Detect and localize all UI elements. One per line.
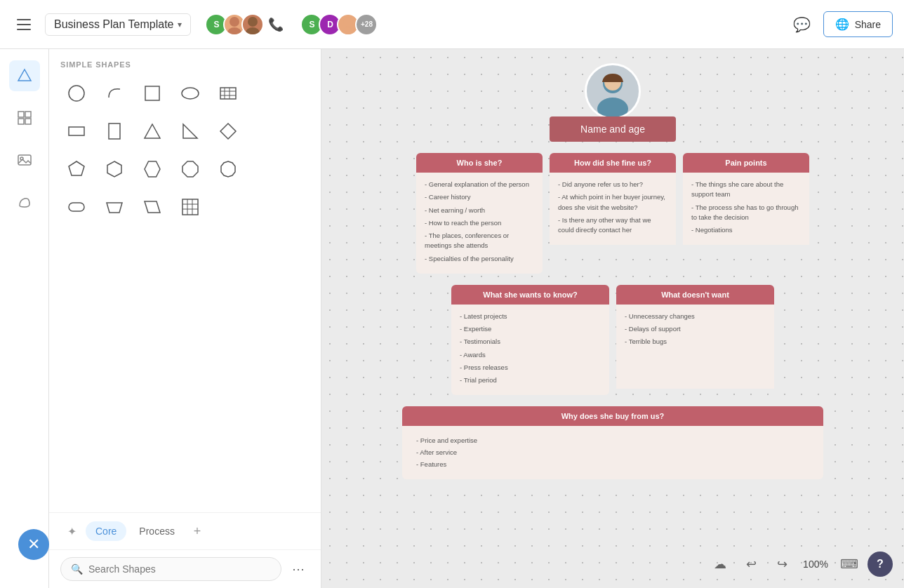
phone-icon[interactable]: 📞 xyxy=(268,17,284,32)
svg-rect-10 xyxy=(25,119,31,124)
card-who: Who is she? - General explanation of the… xyxy=(416,153,543,274)
shape-triangle[interactable] xyxy=(136,115,168,147)
shape-square[interactable] xyxy=(136,77,168,109)
search-input-wrap: 🔍 xyxy=(60,557,281,581)
app-header: Business Plan Template ▾ S 📞 S D +28 💬 🌐… xyxy=(0,0,904,49)
shape-hexagon2[interactable] xyxy=(136,153,168,185)
shape-parallelogram[interactable] xyxy=(136,191,168,223)
svg-point-5 xyxy=(341,27,355,34)
close-fab-button[interactable]: ✕ xyxy=(18,529,49,560)
shapes-grid: SIMPLE SHAPES xyxy=(49,49,321,512)
shapes-section-label: SIMPLE SHAPES xyxy=(60,60,310,69)
svg-point-3 xyxy=(246,27,260,34)
shape-diamond[interactable] xyxy=(212,115,244,147)
tab-add-button[interactable]: + xyxy=(187,521,207,541)
card-line: - The process she has to go through to t… xyxy=(691,203,801,223)
persona-name-box: Name and age xyxy=(550,116,676,142)
card-line: - Negotiations xyxy=(691,225,801,235)
shape-octagon[interactable] xyxy=(174,153,206,185)
card-line: - Features xyxy=(416,458,809,470)
tab-core[interactable]: Core xyxy=(86,521,126,541)
search-area: 🔍 ⋯ xyxy=(49,549,321,588)
cloud-save-button[interactable]: ☁ xyxy=(707,552,733,577)
avatar xyxy=(241,13,264,36)
shape-circle[interactable] xyxy=(60,77,93,109)
search-more-button[interactable]: ⋯ xyxy=(287,558,310,580)
shape-arc[interactable] xyxy=(98,77,131,109)
shapes-row-3 xyxy=(60,153,310,185)
card-line: - Terrible bugs xyxy=(625,337,766,347)
redo-button[interactable]: ↪ xyxy=(769,552,795,577)
svg-rect-31 xyxy=(69,203,84,211)
shape-rect-wide[interactable] xyxy=(60,115,93,147)
svg-point-15 xyxy=(182,88,199,99)
svg-rect-34 xyxy=(182,199,198,215)
shape-grid[interactable] xyxy=(174,191,206,223)
share-button[interactable]: 🌐 Share xyxy=(823,11,893,37)
svg-point-40 xyxy=(597,98,628,117)
shape-decagon[interactable] xyxy=(212,153,244,185)
shape-pentagon[interactable] xyxy=(60,153,93,185)
card-line: - General explanation of the person xyxy=(425,180,534,189)
card-line: - Expertise xyxy=(460,324,601,334)
shape-rounded-rect[interactable] xyxy=(60,191,93,223)
undo-button[interactable]: ↩ xyxy=(738,552,764,577)
tab-star-icon[interactable]: ✦ xyxy=(60,520,83,542)
card-doesnt-want-body: - Unnecessary changes - Delays of suppor… xyxy=(616,305,774,389)
shape-ellipse[interactable] xyxy=(174,77,206,109)
shape-hexagon[interactable] xyxy=(98,153,131,185)
shape-rect-tall[interactable] xyxy=(98,115,131,147)
doc-title-area[interactable]: Business Plan Template ▾ xyxy=(45,13,191,36)
avatar-more: +28 xyxy=(355,13,378,36)
shape-table[interactable] xyxy=(212,77,244,109)
svg-rect-16 xyxy=(220,88,236,99)
svg-marker-30 xyxy=(221,161,235,177)
card-line: - Trial period xyxy=(460,375,601,385)
svg-point-1 xyxy=(227,27,241,34)
bp-content: Name and age Who is she? - General expla… xyxy=(350,63,876,479)
card-how-header: How did she fine us? xyxy=(550,153,676,173)
sidebar-grid-icon[interactable] xyxy=(9,102,40,133)
search-input[interactable] xyxy=(88,563,271,575)
card-wants-header: What she wants to know? xyxy=(451,285,609,305)
keyboard-button[interactable]: ⌨ xyxy=(837,552,862,577)
svg-point-0 xyxy=(230,17,239,27)
svg-rect-11 xyxy=(18,155,31,165)
shape-trapezoid[interactable] xyxy=(98,191,131,223)
bottom-toolbar: ☁ ↩ ↪ 100% ⌨ ? xyxy=(707,552,893,577)
card-line: - How to reach the person xyxy=(425,218,534,228)
why-card-body: - Price and expertise - After service - … xyxy=(402,426,823,479)
card-how: How did she fine us? - Did anyone refer … xyxy=(550,153,676,274)
hamburger-line xyxy=(17,19,31,20)
card-line: - Testimonials xyxy=(460,337,601,347)
tab-process[interactable]: Process xyxy=(129,521,185,541)
bottom-cards-row: What she wants to know? - Latest project… xyxy=(451,285,774,396)
svg-marker-25 xyxy=(220,123,236,139)
card-wants-body: - Latest projects - Expertise - Testimon… xyxy=(451,305,609,396)
hamburger-button[interactable] xyxy=(11,12,36,37)
card-who-body: - General explanation of the person - Ca… xyxy=(416,173,543,274)
sidebar-icons xyxy=(0,49,49,588)
svg-marker-24 xyxy=(183,124,197,138)
sidebar-image-icon[interactable] xyxy=(9,145,40,175)
svg-marker-26 xyxy=(69,161,84,175)
svg-rect-8 xyxy=(25,112,31,117)
svg-marker-28 xyxy=(145,161,160,177)
sidebar-shapes2-icon[interactable] xyxy=(9,187,40,218)
shape-right-triangle[interactable] xyxy=(174,115,206,147)
svg-marker-27 xyxy=(107,161,121,177)
card-pain-body: - The things she care about the support … xyxy=(683,173,809,245)
card-line: - After service xyxy=(416,446,809,458)
comment-button[interactable]: 💬 xyxy=(790,12,815,37)
collaborators-group: S 📞 xyxy=(205,13,284,36)
svg-rect-7 xyxy=(18,112,24,117)
doc-title: Business Plan Template xyxy=(54,18,173,31)
help-button[interactable]: ? xyxy=(868,552,893,577)
sidebar-shapes-icon[interactable] xyxy=(9,60,40,91)
card-line: - Specialties of the personality xyxy=(425,254,534,264)
svg-marker-32 xyxy=(107,203,122,213)
card-line: - Did anyone refer us to her? xyxy=(558,180,667,189)
card-line: - Unnecessary changes xyxy=(625,312,766,321)
svg-marker-29 xyxy=(182,161,198,177)
shapes-row-2 xyxy=(60,115,310,147)
